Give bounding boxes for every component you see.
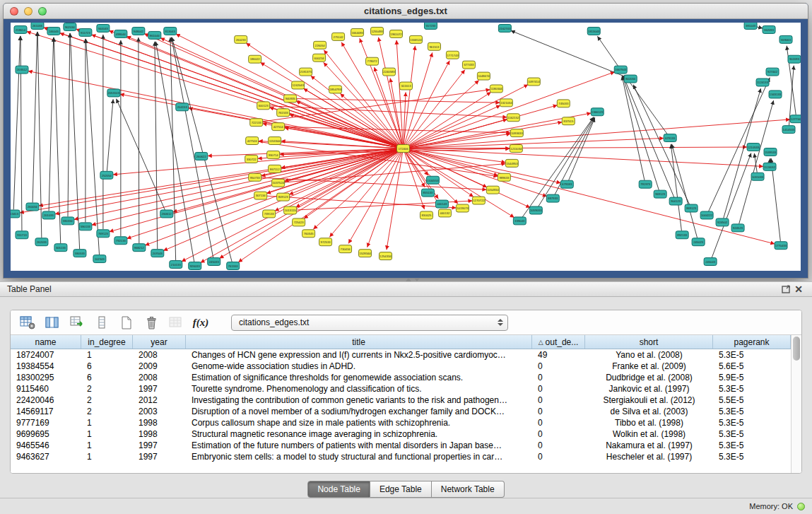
graph-node[interactable]: 2181375 xyxy=(300,68,312,76)
column-header-out_de[interactable]: △out_de... xyxy=(532,335,585,349)
graph-node[interactable]: 830025 xyxy=(420,211,433,219)
network-table-select[interactable]: citations_edges.txt xyxy=(231,315,508,331)
graph-node[interactable]: 362093 xyxy=(763,25,775,33)
minimize-window-button[interactable] xyxy=(24,7,33,16)
graph-node[interactable]: 1180344 xyxy=(490,85,502,93)
graph-node[interactable]: 924502 xyxy=(716,218,729,226)
graph-node[interactable]: 1124032 xyxy=(763,163,776,170)
graph-node[interactable]: 1414533 xyxy=(782,126,795,134)
graph-node[interactable]: 260612 xyxy=(160,210,173,218)
graph-node[interactable]: 1961072 xyxy=(390,30,403,37)
graph-node[interactable]: 968212 xyxy=(133,244,146,252)
graph-node[interactable]: 427524 xyxy=(246,137,259,145)
graph-node[interactable]: 1153344 xyxy=(269,137,281,145)
graph-node[interactable]: 260034 xyxy=(26,203,39,211)
graph-node[interactable]: 307134 xyxy=(254,192,267,199)
graph-node[interactable]: 950733 xyxy=(249,173,261,181)
graph-node[interactable]: 102343 xyxy=(93,255,106,263)
graph-node[interactable]: 440132 xyxy=(438,209,451,217)
column-header-pagerank[interactable]: pagerank xyxy=(713,335,791,349)
graph-node[interactable]: 1544953 xyxy=(505,159,518,167)
graph-node[interactable]: 440143 xyxy=(435,200,448,208)
graph-node[interactable]: 1528344 xyxy=(359,250,372,257)
column-header-year[interactable]: year xyxy=(133,335,186,349)
graph-node[interactable]: 969123 xyxy=(654,190,666,198)
graph-node[interactable]: 427514 xyxy=(272,123,285,131)
graph-node[interactable]: 792133 xyxy=(114,237,127,245)
graph-node[interactable]: 924523 xyxy=(731,224,744,232)
graph-node[interactable]: 940935 xyxy=(284,95,297,103)
splitter-handle[interactable] xyxy=(406,278,419,282)
tab-edge-table[interactable]: Edge Table xyxy=(370,481,432,498)
graph-node[interactable]: 261033 xyxy=(31,23,44,29)
graph-node[interactable]: 961513 xyxy=(428,42,440,50)
graph-node[interactable]: 944043 xyxy=(97,24,110,32)
import-table-button[interactable] xyxy=(166,313,186,332)
graph-node[interactable]: 948042 xyxy=(132,27,145,35)
graph-node[interactable]: 972533 xyxy=(319,238,332,246)
graph-node[interactable]: 260233 xyxy=(235,35,247,43)
graph-node[interactable]: 1059033 xyxy=(529,206,542,214)
graph-node[interactable]: 204153 xyxy=(176,103,189,111)
column-header-short[interactable]: short xyxy=(585,335,713,349)
graph-node[interactable]: 842034 xyxy=(624,75,637,83)
graph-node[interactable]: 745033 xyxy=(557,100,570,107)
graph-node[interactable]: 1539533 xyxy=(764,148,777,156)
graph-node[interactable]: 339043 xyxy=(513,217,526,225)
graph-node[interactable]: 927442 xyxy=(766,68,779,76)
graph-node[interactable]: 2162743 xyxy=(498,24,511,32)
table-options-button[interactable] xyxy=(92,313,112,332)
table-row[interactable]: 946362711997Embryonic stem cells: a mode… xyxy=(11,451,791,462)
table-row[interactable]: 946554611997Estimation of the future num… xyxy=(11,440,791,451)
graph-node[interactable]: 262033 xyxy=(35,238,48,246)
graph-node[interactable]: 1054934 xyxy=(486,186,499,194)
graph-node[interactable]: 172406 xyxy=(397,145,410,153)
graph-node[interactable]: 722133 xyxy=(250,119,263,127)
graph-node[interactable]: 1097414 xyxy=(527,78,540,86)
graph-node[interactable]: 1667943 xyxy=(614,66,627,74)
table-row[interactable]: 1938455462009Genome-wide association stu… xyxy=(11,361,791,372)
graph-node[interactable]: 1210533 xyxy=(747,144,760,151)
graph-node[interactable]: 1124133 xyxy=(756,78,769,86)
show-columns-button[interactable] xyxy=(42,313,62,332)
graph-node[interactable]: 322013 xyxy=(400,82,413,90)
graph-node[interactable]: 2240583 xyxy=(383,68,396,76)
column-header-in_degree[interactable]: in_degree xyxy=(81,335,133,349)
table-row[interactable]: 1872400712008Changes of HCN gene express… xyxy=(11,349,791,361)
graph-node[interactable]: 600234 xyxy=(313,54,326,62)
graph-node[interactable]: 260622 xyxy=(195,152,208,160)
graph-node[interactable]: 730434 xyxy=(339,245,352,253)
graph-node[interactable]: 861044 xyxy=(148,31,161,39)
graph-node[interactable]: 600123 xyxy=(257,102,270,110)
graph-node[interactable]: 1048474 xyxy=(477,72,490,80)
graph-node[interactable]: 1366123 xyxy=(591,108,604,116)
function-builder-button[interactable]: f(x) xyxy=(191,313,211,332)
graph-node[interactable]: 902093 xyxy=(788,55,801,63)
graph-node[interactable]: 778072 xyxy=(366,57,379,65)
graph-node[interactable]: 809123 xyxy=(277,193,290,201)
graph-node[interactable]: 207043 xyxy=(151,250,164,257)
network-canvas[interactable]: 1724062181375124204394093576153342751411… xyxy=(11,23,801,271)
graph-node[interactable]: 1813043 xyxy=(587,27,600,35)
zoom-window-button[interactable] xyxy=(38,7,47,16)
graph-node[interactable]: 911723 xyxy=(79,28,92,36)
graph-node[interactable]: 813043 xyxy=(164,27,177,35)
network-canvas-area[interactable]: 1724062181375124204394093576153342751411… xyxy=(11,23,801,271)
graph-node[interactable]: 1277343 xyxy=(790,115,801,123)
float-panel-button[interactable] xyxy=(779,284,792,295)
graph-node[interactable]: 201033 xyxy=(42,211,55,219)
table-row[interactable]: 969969511998Structural magnetic resonanc… xyxy=(11,428,791,440)
graph-node[interactable]: 305133 xyxy=(54,244,67,252)
graph-node[interactable]: 1270722 xyxy=(472,197,485,204)
graph-node[interactable]: 761553 xyxy=(227,262,240,270)
table-row[interactable]: 2242004622012Investigating the contribut… xyxy=(11,395,791,406)
window-titlebar[interactable]: citations_edges.txt xyxy=(4,4,808,19)
graph-node[interactable]: 892133 xyxy=(676,231,688,239)
graph-node[interactable]: 590133 xyxy=(79,223,92,230)
graph-node[interactable]: 739133 xyxy=(263,210,276,218)
graph-node[interactable]: 725423 xyxy=(293,218,305,226)
tab-node-table[interactable]: Node Table xyxy=(307,481,370,498)
graph-node[interactable]: 904123 xyxy=(669,197,682,205)
graph-node[interactable]: 913413 xyxy=(11,210,20,218)
graph-node[interactable]: 498044 xyxy=(114,30,127,37)
